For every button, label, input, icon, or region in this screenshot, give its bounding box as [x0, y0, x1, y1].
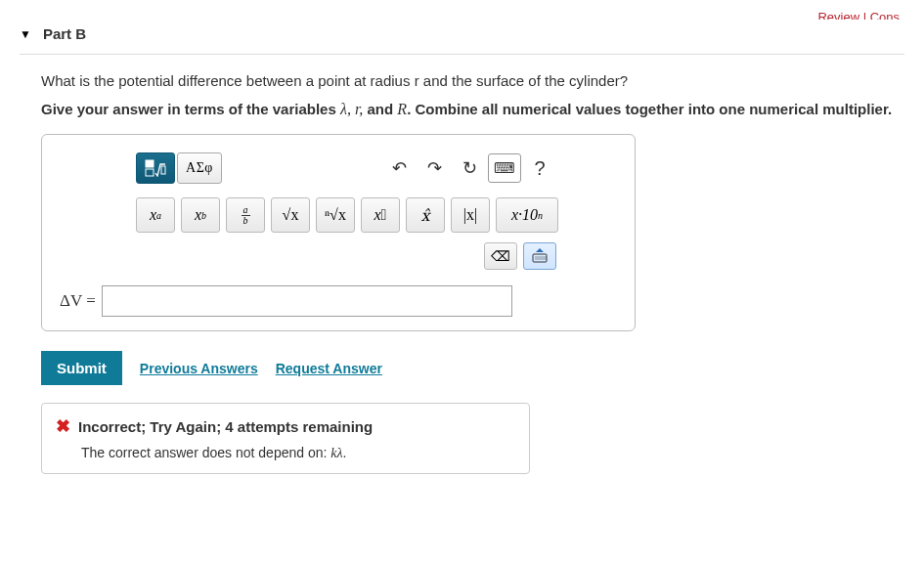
math-template-icon — [145, 159, 166, 177]
answer-area: ΑΣφ ↶ ↷ ↻ ⌨ ? xa xb ab √x ⁿ√x x⃗ x̂ |x| … — [41, 134, 636, 331]
backspace-button[interactable]: ⌫ — [484, 242, 517, 270]
template-abs[interactable]: |x| — [451, 197, 490, 233]
template-sqrt[interactable]: √x — [271, 197, 310, 233]
feedback-hint: The correct answer does not depend on: k… — [56, 445, 515, 461]
virtual-keyboard-button[interactable] — [523, 242, 556, 270]
mode-greek-button[interactable]: ΑΣφ — [177, 152, 222, 184]
template-superscript[interactable]: xa — [136, 197, 175, 233]
redo-button[interactable]: ↷ — [418, 153, 451, 183]
template-nthroot[interactable]: ⁿ√x — [316, 197, 355, 233]
svg-rect-3 — [533, 254, 547, 262]
mode-math-button[interactable] — [136, 152, 175, 184]
collapse-caret-icon: ▼ — [20, 27, 31, 41]
previous-answers-link[interactable]: Previous Answers — [140, 361, 258, 376]
toolbar-edit: ⌫ — [136, 242, 556, 270]
help-button[interactable]: ? — [523, 153, 556, 183]
template-fraction[interactable]: ab — [226, 197, 265, 233]
keyboard-up-icon — [531, 247, 549, 266]
answer-input[interactable] — [102, 285, 512, 317]
incorrect-icon: ✖ — [56, 415, 70, 437]
submit-button[interactable]: Submit — [41, 351, 122, 385]
top-nav: Review | Cons — [20, 10, 904, 20]
answer-input-row: ΔV = — [60, 285, 617, 317]
part-label: Part B — [43, 25, 86, 42]
action-row: Submit Previous Answers Request Answer — [41, 351, 904, 385]
undo-button[interactable]: ↶ — [382, 153, 416, 183]
request-answer-link[interactable]: Request Answer — [276, 361, 382, 376]
template-subscript[interactable]: xb — [181, 197, 220, 233]
svg-rect-2 — [161, 166, 165, 174]
template-scientific[interactable]: x·10n — [496, 197, 558, 233]
question-text: What is the potential difference between… — [41, 72, 904, 89]
feedback-box: ✖ Incorrect; Try Again; 4 attempts remai… — [41, 403, 530, 474]
keyboard-button[interactable]: ⌨ — [488, 153, 521, 183]
svg-rect-1 — [146, 169, 154, 176]
feedback-title: Incorrect; Try Again; 4 attempts remaini… — [78, 418, 373, 435]
reset-button[interactable]: ↻ — [453, 153, 486, 183]
instruction-text: Give your answer in terms of the variabl… — [41, 101, 904, 118]
svg-rect-0 — [146, 160, 154, 167]
answer-variable-label: ΔV = — [60, 291, 96, 311]
toolbar-templates: xa xb ab √x ⁿ√x x⃗ x̂ |x| x·10n — [136, 197, 617, 233]
toolbar-primary: ΑΣφ ↶ ↷ ↻ ⌨ ? — [136, 152, 617, 184]
template-vector[interactable]: x⃗ — [361, 197, 400, 233]
part-header[interactable]: ▼ Part B — [20, 20, 904, 55]
template-hat[interactable]: x̂ — [406, 197, 445, 233]
